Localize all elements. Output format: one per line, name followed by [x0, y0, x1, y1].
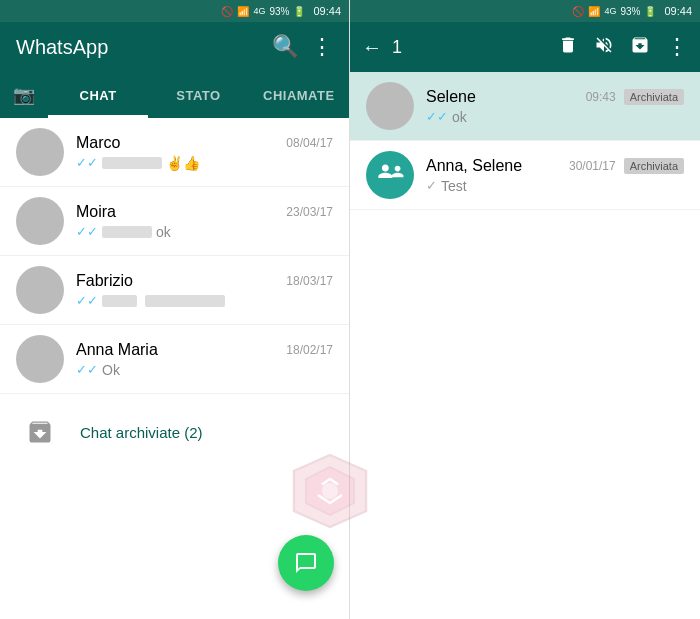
archived-chat-item-selene[interactable]: Selene 09:43 Archiviata ✓✓ ok — [350, 72, 700, 141]
avatar-group — [366, 151, 414, 199]
avatar-annamaria — [16, 335, 64, 383]
left-app-bar: WhatsApp 🔍 ⋮ — [0, 22, 349, 72]
right-battery-text: 93% — [620, 6, 640, 17]
archive-icon — [16, 408, 64, 456]
chat-info-group: Anna, Selene 30/01/17 Archiviata ✓ Test — [426, 157, 684, 194]
right-status-bar: 🚫 📶 4G 93% 🔋 09:44 — [350, 0, 700, 22]
left-no-sim-icon: 🚫 — [221, 6, 233, 17]
check-fabrizio: ✓✓ — [76, 293, 98, 308]
left-wifi-icon: 📶 — [237, 6, 249, 17]
search-icon[interactable]: 🔍 — [272, 34, 299, 60]
mute-icon[interactable] — [594, 35, 614, 60]
chat-info-fabrizio: Fabrizio 18/03/17 ✓✓ — [76, 272, 333, 308]
chat-preview-selene: ✓✓ ok — [426, 109, 684, 125]
chat-info-marco: Marco 08/04/17 ✓✓ ✌👍 — [76, 134, 333, 171]
tab-chat: 📷 — [0, 72, 48, 118]
chat-name-moira: Moira — [76, 203, 116, 221]
left-battery-text: 93% — [269, 6, 289, 17]
tabs-bar: 📷 CHAT STATO CHIAMATE — [0, 72, 349, 118]
chat-time-marco: 08/04/17 — [286, 136, 333, 150]
chat-name-fabrizio: Fabrizio — [76, 272, 133, 290]
chiamate-tab-label: CHIAMATE — [263, 88, 335, 103]
chat-header-group: Anna, Selene 30/01/17 Archiviata — [426, 157, 684, 175]
chat-name-selene: Selene — [426, 88, 476, 106]
archived-label: Chat archiviate (2) — [80, 424, 203, 441]
chat-time-annamaria: 18/02/17 — [286, 343, 333, 357]
left-status-bar: 🚫 📶 4G 93% 🔋 09:44 — [0, 0, 349, 22]
chat-name-annamaria: Anna Maria — [76, 341, 158, 359]
archived-badge-selene: Archiviata — [624, 89, 684, 105]
chat-tab-label: CHAT — [80, 88, 117, 103]
archived-badge-group: Archiviata — [624, 158, 684, 174]
chat-preview-group: ✓ Test — [426, 178, 684, 194]
right-wifi-icon: 📶 — [588, 6, 600, 17]
chat-name-group: Anna, Selene — [426, 157, 522, 175]
preview-text-selene: ok — [452, 109, 467, 125]
check-group: ✓ — [426, 178, 437, 193]
avatar-moira — [16, 197, 64, 245]
avatar-fabrizio — [16, 266, 64, 314]
chat-item-annamaria[interactable]: Anna Maria 18/02/17 ✓✓ Ok — [0, 325, 349, 394]
chat-time-selene: 09:43 — [586, 90, 616, 104]
chat-header-moira: Moira 23/03/17 — [76, 203, 333, 221]
archive-action-icon[interactable] — [630, 35, 650, 60]
chat-header-annamaria: Anna Maria 18/02/17 — [76, 341, 333, 359]
right-action-icons: ⋮ — [558, 34, 688, 60]
right-time: 09:44 — [664, 5, 692, 17]
left-time: 09:44 — [313, 5, 341, 17]
tab-chiamate[interactable]: CHIAMATE — [249, 72, 349, 118]
svg-point-2 — [322, 483, 338, 499]
chat-info-moira: Moira 23/03/17 ✓✓ ok — [76, 203, 333, 240]
preview-text-moira: ok — [156, 224, 171, 240]
chat-header-marco: Marco 08/04/17 — [76, 134, 333, 152]
emoji-marco: ✌👍 — [166, 155, 200, 171]
chat-info-selene: Selene 09:43 Archiviata ✓✓ ok — [426, 88, 684, 125]
left-signal-4g: 4G — [253, 6, 265, 16]
selected-count: 1 — [392, 37, 548, 58]
chat-name-marco: Marco — [76, 134, 120, 152]
right-app-bar: ← 1 ⋮ — [350, 22, 700, 72]
avatar-selene — [366, 82, 414, 130]
check-selene: ✓✓ — [426, 109, 448, 124]
preview-text-group: Test — [441, 178, 467, 194]
preview-bar-fabrizio-1 — [102, 295, 137, 307]
chat-time-group: 30/01/17 — [569, 159, 616, 173]
check-annamaria: ✓✓ — [76, 362, 98, 377]
check-marco: ✓✓ — [76, 155, 98, 170]
chat-preview-moira: ✓✓ ok — [76, 224, 333, 240]
menu-icon[interactable]: ⋮ — [311, 34, 333, 60]
avatar-marco — [16, 128, 64, 176]
delete-icon[interactable] — [558, 35, 578, 60]
archived-chat-list: Selene 09:43 Archiviata ✓✓ ok — [350, 72, 700, 619]
right-no-sim-icon: 🚫 — [572, 6, 584, 17]
right-battery-icon: 🔋 — [644, 6, 656, 17]
new-chat-fab[interactable] — [278, 535, 334, 591]
preview-bar-fabrizio-2 — [145, 295, 225, 307]
chat-time-moira: 23/03/17 — [286, 205, 333, 219]
watermark — [290, 451, 370, 531]
preview-bar-marco-1 — [102, 157, 162, 169]
chat-time-fabrizio: 18/03/17 — [286, 274, 333, 288]
preview-bar-moira-bg — [102, 226, 152, 238]
right-panel: 🚫 📶 4G 93% 🔋 09:44 ← 1 — [350, 0, 700, 619]
right-menu-icon[interactable]: ⋮ — [666, 34, 688, 60]
archived-chat-item-group[interactable]: Anna, Selene 30/01/17 Archiviata ✓ Test — [350, 141, 700, 210]
chat-header-selene: Selene 09:43 Archiviata — [426, 88, 684, 106]
chat-item-fabrizio[interactable]: Fabrizio 18/03/17 ✓✓ — [0, 256, 349, 325]
chat-preview-marco: ✓✓ ✌👍 — [76, 155, 333, 171]
tab-chat-label[interactable]: CHAT — [48, 72, 148, 118]
chat-item-marco[interactable]: Marco 08/04/17 ✓✓ ✌👍 — [0, 118, 349, 187]
chat-info-annamaria: Anna Maria 18/02/17 ✓✓ Ok — [76, 341, 333, 378]
check-moira: ✓✓ — [76, 224, 98, 239]
chat-preview-fabrizio: ✓✓ — [76, 293, 333, 308]
back-button[interactable]: ← — [362, 36, 382, 59]
chat-item-moira[interactable]: Moira 23/03/17 ✓✓ ok — [0, 187, 349, 256]
app-title: WhatsApp — [16, 36, 260, 59]
camera-icon[interactable]: 📷 — [13, 84, 36, 106]
tab-stato[interactable]: STATO — [148, 72, 248, 118]
stato-tab-label: STATO — [176, 88, 220, 103]
preview-text-annamaria: Ok — [102, 362, 120, 378]
chat-preview-annamaria: ✓✓ Ok — [76, 362, 333, 378]
chat-header-fabrizio: Fabrizio 18/03/17 — [76, 272, 333, 290]
right-signal-4g: 4G — [604, 6, 616, 16]
